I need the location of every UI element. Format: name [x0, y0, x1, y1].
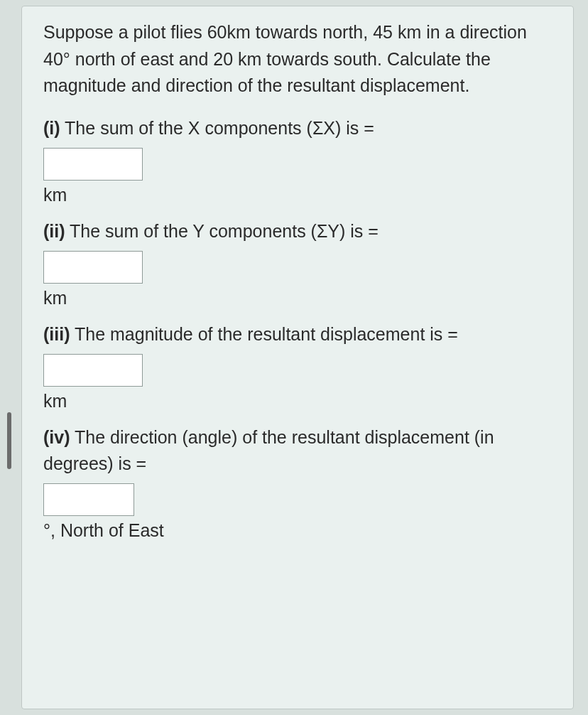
part-i-body: The sum of the X components (ΣX) is = — [60, 118, 374, 138]
part-iii-input[interactable] — [43, 354, 143, 387]
part-iii-body: The magnitude of the resultant displacem… — [70, 324, 458, 344]
part-ii-text: (ii) The sum of the Y components (ΣY) is… — [43, 218, 552, 244]
question-panel: Suppose a pilot flies 60km towards north… — [21, 6, 574, 709]
part-ii-label: (ii) — [43, 221, 65, 241]
part-i-label: (i) — [43, 118, 60, 138]
question-prompt: Suppose a pilot flies 60km towards north… — [43, 19, 552, 100]
part-iv-text: (iv) The direction (angle) of the result… — [43, 424, 552, 476]
part-iii-unit: km — [43, 391, 552, 412]
part-ii-body: The sum of the Y components (ΣY) is = — [65, 221, 379, 241]
part-i-unit: km — [43, 185, 552, 205]
part-iii-text: (iii) The magnitude of the resultant dis… — [43, 321, 552, 347]
part-i-text: (i) The sum of the X components (ΣX) is … — [43, 115, 552, 141]
part-i-input[interactable] — [43, 148, 143, 181]
part-ii-input-row — [43, 251, 552, 284]
part-iv-input[interactable] — [43, 483, 134, 516]
part-iv-label: (iv) — [43, 427, 70, 447]
part-i-input-row — [43, 148, 552, 181]
part-ii-input[interactable] — [43, 251, 143, 284]
part-iv-input-row — [43, 483, 552, 516]
part-iii-input-row — [43, 354, 552, 387]
part-iii-label: (iii) — [43, 324, 70, 344]
part-iv-body: The direction (angle) of the resultant d… — [43, 427, 494, 473]
part-iv-unit: °, North of East — [43, 520, 552, 541]
scrollbar-thumb[interactable] — [7, 412, 11, 469]
part-ii-unit: km — [43, 288, 552, 308]
